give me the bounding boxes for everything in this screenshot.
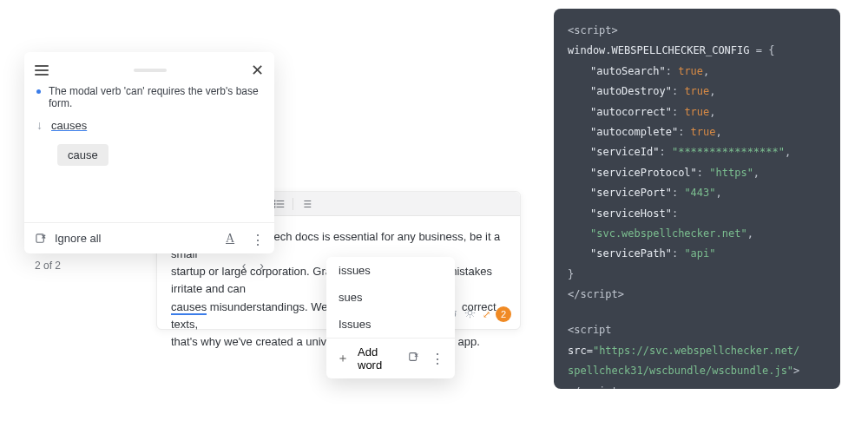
next-button[interactable]: ›: [260, 259, 264, 273]
original-word: causes: [51, 119, 87, 132]
close-icon[interactable]: ✕: [251, 61, 264, 80]
editor-status-bar: ↺ ⤢ 2: [448, 306, 511, 322]
code-line: "autoSearch": true,: [568, 62, 826, 82]
code-text: src=: [568, 345, 593, 357]
plus-icon: ＋: [337, 351, 349, 366]
code-text: <script>: [568, 24, 618, 36]
font-icon[interactable]: A: [226, 232, 239, 245]
arrow-down-icon: ↓: [36, 118, 43, 132]
code-line: "servicePath": "api": [568, 244, 826, 264]
expand-icon[interactable]: ⤢: [483, 309, 489, 320]
svg-point-9: [468, 311, 472, 315]
counter-label: 2 of 2: [35, 260, 61, 272]
suggestion-popup: issues sues Issues ＋ Add word ⋮: [326, 257, 455, 378]
code-text: <script: [568, 324, 612, 336]
code-text: }: [568, 268, 574, 280]
code-text: spellcheck31/wscbundle/wscbundle.js": [568, 365, 793, 377]
code-text: </script>: [568, 288, 624, 300]
ignore-icon: [35, 232, 48, 245]
suggestion-item[interactable]: Issues: [326, 311, 455, 338]
code-line: "serviceHost": "svc.webspellchecker.net"…: [568, 204, 826, 245]
code-text: window.: [568, 44, 612, 56]
code-line: "autocorrect": true,: [568, 102, 826, 122]
code-line: "autoDestroy": true,: [568, 82, 826, 102]
code-text: WEBSPELLCHECKER_CONFIG: [612, 44, 750, 56]
suggestion-item[interactable]: issues: [326, 257, 455, 284]
code-line: "serviceProtocol": "https",: [568, 163, 826, 183]
suggestion-chip[interactable]: cause: [57, 144, 108, 166]
drag-handle[interactable]: [134, 69, 167, 72]
code-text: "https://svc.webspellchecker.net/: [593, 345, 799, 357]
ignore-icon[interactable]: [408, 351, 420, 367]
code-line: "servicePort": "443",: [568, 183, 826, 203]
grammar-dialog: ✕ The modal verb 'can' requires the verb…: [24, 52, 274, 253]
code-text: = {: [750, 44, 775, 56]
text: app.: [457, 335, 479, 348]
more-icon[interactable]: ⋮: [431, 351, 444, 367]
list-icon[interactable]: [273, 198, 286, 210]
rule-dot-icon: [36, 89, 41, 94]
gear-icon[interactable]: [464, 307, 476, 321]
toolbar-separator: [293, 198, 293, 210]
numbered-list-icon[interactable]: [300, 198, 312, 210]
error-count-badge[interactable]: 2: [496, 306, 511, 322]
hamburger-icon[interactable]: [35, 65, 49, 76]
code-line: "serviceId": "****************",: [568, 142, 826, 162]
code-panel: <script> window.WEBSPELLCHECKER_CONFIG =…: [554, 9, 840, 389]
ignore-all-button[interactable]: Ignore all: [35, 232, 101, 245]
add-word-button[interactable]: Add word: [358, 345, 399, 372]
code-line: "autocomplete": true,: [568, 122, 826, 142]
more-icon[interactable]: ⋮: [251, 232, 264, 245]
suggestion-item[interactable]: sues: [326, 284, 455, 311]
rule-description: The modal verb 'can' requires the verb's…: [24, 85, 274, 109]
prev-button[interactable]: ‹: [242, 259, 247, 273]
grammar-error[interactable]: causes: [171, 300, 207, 315]
